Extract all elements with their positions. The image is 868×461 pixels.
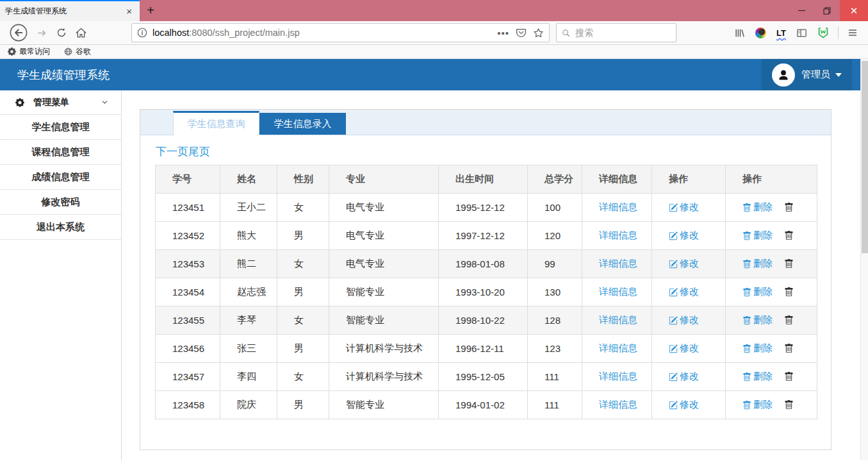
- next-page-link[interactable]: 下一页: [156, 146, 188, 158]
- languagetool-button[interactable]: LT: [776, 28, 786, 38]
- edit-link[interactable]: 修改: [669, 286, 699, 298]
- trash-icon-button[interactable]: [784, 400, 794, 410]
- tab-close-icon[interactable]: ×: [124, 6, 135, 17]
- cell-student-id: 123453: [156, 250, 220, 278]
- edit-link[interactable]: 修改: [669, 371, 699, 383]
- sidebar-item-course-info[interactable]: 课程信息管理: [0, 140, 121, 165]
- back-button[interactable]: [10, 24, 28, 42]
- sidebar-toggle-button[interactable]: [796, 28, 807, 38]
- student-table-body: 123451 王小二 女 电气专业 1995-12-12 100 详细信息 修改…: [156, 194, 817, 419]
- new-tab-button[interactable]: +: [140, 0, 161, 21]
- page-scrollbar[interactable]: [860, 59, 868, 460]
- cell-edit: 修改: [652, 363, 726, 391]
- detail-link[interactable]: 详细信息: [599, 371, 637, 383]
- cell-delete: 删除: [726, 391, 817, 419]
- cell-delete: 删除: [726, 250, 817, 278]
- lens-icon: [755, 28, 766, 38]
- sidebar: 管理菜单 学生信息管理 课程信息管理 成绩信息管理 修改密码 退出本系统: [0, 90, 122, 460]
- cell-student-id: 123458: [156, 391, 220, 419]
- library-button[interactable]: [734, 28, 745, 38]
- restore-button[interactable]: [814, 0, 840, 21]
- cell-name: 院庆: [220, 391, 277, 419]
- last-page-link[interactable]: 尾页: [188, 146, 210, 158]
- menu-button[interactable]: [848, 28, 858, 38]
- edit-link[interactable]: 修改: [669, 201, 699, 214]
- page-actions-icon[interactable]: •••: [497, 28, 509, 38]
- reload-button[interactable]: [56, 28, 67, 38]
- cell-major: 电气专业: [329, 222, 439, 250]
- trash-icon-button[interactable]: [784, 231, 794, 240]
- search-box[interactable]: [556, 23, 676, 42]
- trash-icon-button[interactable]: [784, 203, 794, 212]
- table-header-row: 学号 姓名 性别 专业 出生时间 总学分 详细信息 操作 操作: [156, 165, 817, 194]
- sidebar-item-logout[interactable]: 退出本系统: [0, 215, 121, 240]
- tab-student-query[interactable]: 学生信息查询: [173, 111, 259, 135]
- edit-link[interactable]: 修改: [669, 314, 699, 326]
- scrollbar-thumb[interactable]: [862, 61, 868, 253]
- delete-link[interactable]: 删除: [742, 342, 773, 355]
- extension-lens-button[interactable]: [755, 28, 766, 38]
- sidebar-menu-header[interactable]: 管理菜单: [0, 90, 121, 115]
- cell-major: 电气专业: [329, 194, 439, 222]
- site-info-icon[interactable]: [137, 28, 147, 38]
- detail-link[interactable]: 详细信息: [599, 201, 637, 214]
- bookmark-most-visited[interactable]: 最常访问: [8, 46, 50, 57]
- back-icon: [10, 24, 28, 42]
- trash-icon-button[interactable]: [784, 259, 794, 269]
- bookmark-star-icon[interactable]: [533, 28, 544, 38]
- detail-link[interactable]: 详细信息: [599, 286, 637, 298]
- trash-icon-button[interactable]: [784, 287, 794, 297]
- table-row: 123454 赵志强 男 智能专业 1993-10-20 130 详细信息 修改…: [156, 278, 817, 306]
- delete-link[interactable]: 删除: [742, 399, 773, 411]
- trash-icon-button[interactable]: [784, 372, 794, 381]
- delete-link[interactable]: 删除: [742, 230, 773, 242]
- cell-credits: 123: [528, 335, 582, 363]
- column-header-gender: 性别: [277, 165, 329, 194]
- delete-link[interactable]: 删除: [742, 258, 773, 270]
- cell-detail: 详细信息: [582, 250, 652, 278]
- cell-name: 张三: [220, 335, 277, 363]
- trash-icon-button[interactable]: [784, 315, 794, 325]
- home-button[interactable]: [76, 28, 86, 38]
- detail-link[interactable]: 详细信息: [599, 314, 637, 326]
- browser-tab[interactable]: 学生成绩管理系统 ×: [0, 0, 140, 21]
- trash-icon-button[interactable]: [784, 344, 794, 353]
- url-text[interactable]: localhost:8080/ssh_project/main.jsp: [152, 28, 493, 38]
- close-button[interactable]: ✕: [840, 0, 868, 21]
- detail-link[interactable]: 详细信息: [599, 399, 637, 411]
- column-header-credits: 总学分: [528, 165, 582, 194]
- url-bar[interactable]: localhost:8080/ssh_project/main.jsp •••: [131, 23, 550, 42]
- edit-link[interactable]: 修改: [669, 258, 699, 270]
- edit-icon: [669, 260, 678, 269]
- edit-link[interactable]: 修改: [669, 399, 699, 411]
- cell-delete: 删除: [726, 278, 817, 306]
- bookmark-google[interactable]: 谷歌: [64, 46, 91, 57]
- tab-student-entry[interactable]: 学生信息录入: [259, 113, 346, 135]
- delete-link[interactable]: 删除: [742, 314, 773, 326]
- forward-button[interactable]: [37, 28, 47, 38]
- admin-dropdown[interactable]: 管理员: [762, 59, 852, 90]
- search-icon: [562, 28, 570, 38]
- pocket-icon[interactable]: [516, 28, 527, 38]
- delete-link[interactable]: 删除: [742, 201, 773, 214]
- cell-birthdate: 1995-12-12: [439, 194, 528, 222]
- sidebar-item-change-password[interactable]: 修改密码: [0, 190, 121, 215]
- edit-link[interactable]: 修改: [669, 230, 699, 242]
- search-input[interactable]: [575, 28, 671, 38]
- cell-major: 电气专业: [329, 250, 439, 278]
- sidebar-item-student-info[interactable]: 学生信息管理: [0, 115, 121, 140]
- sidebar-item-grade-info[interactable]: 成绩信息管理: [0, 165, 121, 190]
- extension-green-button[interactable]: [817, 27, 829, 38]
- detail-link[interactable]: 详细信息: [599, 258, 637, 270]
- minimize-button[interactable]: [789, 0, 814, 21]
- detail-link[interactable]: 详细信息: [599, 230, 637, 242]
- detail-link[interactable]: 详细信息: [599, 342, 637, 355]
- cell-major: 智能专业: [329, 306, 439, 335]
- column-header-detail: 详细信息: [582, 165, 652, 194]
- minimize-icon: [798, 10, 805, 12]
- delete-link[interactable]: 删除: [742, 286, 773, 298]
- edit-link[interactable]: 修改: [669, 342, 699, 355]
- gear-icon: [15, 98, 24, 107]
- delete-link[interactable]: 删除: [742, 371, 773, 383]
- cell-detail: 详细信息: [582, 391, 652, 419]
